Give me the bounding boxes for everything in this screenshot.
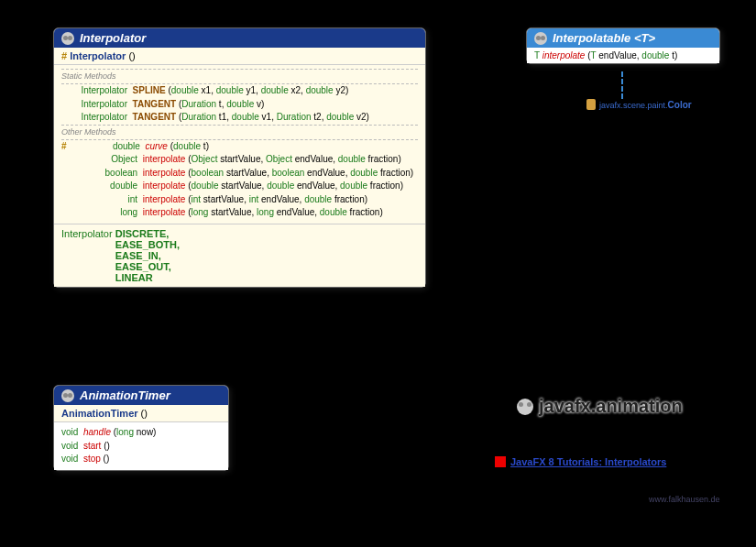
method-row: void stop () (61, 453, 221, 466)
field-value: EASE_BOTH, (115, 239, 180, 250)
package-icon (517, 399, 533, 415)
package-title: javafx.animation (517, 396, 683, 417)
interpolatable-method: T interpolate (T endValue, double t) (527, 48, 719, 63)
method-row: int interpolate (int startValue, int end… (61, 193, 418, 207)
interpolator-fields: Interpolator DISCRETE,EASE_BOTH,EASE_IN,… (54, 224, 425, 287)
implementor-color[interactable]: javafx.scene.paint.Color (586, 99, 692, 110)
field-value: LINEAR (115, 272, 180, 283)
field-value: DISCRETE, (115, 228, 180, 239)
method-row: void handle (long now) (61, 426, 221, 440)
method-row: boolean interpolate (boolean startValue,… (61, 167, 418, 181)
interface-icon (534, 32, 547, 45)
interpolator-methods: Static Methods Interpolator SPLINE (doub… (54, 65, 425, 224)
other-methods-header: Other Methods (61, 125, 418, 140)
field-value: EASE_OUT, (115, 261, 180, 272)
animationtimer-class-box: AnimationTimer AnimationTimer () void ha… (53, 385, 229, 471)
tutorial-link[interactable]: JavaFX 8 Tutorials: Interpolators (495, 456, 666, 467)
method-row: long interpolate (long startValue, long … (61, 206, 418, 220)
method-row: double interpolate (double startValue, d… (61, 180, 418, 193)
animationtimer-constructor: AnimationTimer () (54, 405, 228, 422)
implements-connector (621, 71, 623, 99)
class-icon (61, 389, 74, 402)
method-row: Object interpolate (Object startValue, O… (61, 153, 418, 167)
static-method-row: Interpolator SPLINE (double x1, double y… (61, 84, 418, 98)
static-methods-header: Static Methods (61, 69, 418, 84)
static-method-row: Interpolator TANGENT (Duration t1, doubl… (61, 111, 418, 125)
oracle-icon (495, 456, 506, 467)
static-method-row: Interpolator TANGENT (Duration t, double… (61, 98, 418, 112)
interpolatable-interface-box: Interpolatable <T> T interpolate (T endV… (526, 27, 720, 64)
animationtimer-methods: void handle (long now)void start ()void … (54, 422, 228, 470)
interpolator-header: Interpolator (54, 28, 425, 48)
interpolatable-header: Interpolatable <T> (527, 28, 719, 48)
animationtimer-header: AnimationTimer (54, 386, 228, 405)
interpolator-title: Interpolator (80, 31, 146, 45)
interpolator-class-box: Interpolator # Interpolator () Static Me… (53, 27, 426, 288)
field-value: EASE_IN, (115, 250, 180, 261)
method-row: # double curve (double t) (61, 140, 418, 154)
interpolator-constructor: # Interpolator () (54, 48, 425, 65)
footer-credit[interactable]: www.falkhausen.de (649, 495, 720, 504)
class-small-icon (586, 99, 596, 110)
method-row: void start () (61, 440, 221, 454)
class-icon (61, 32, 74, 45)
